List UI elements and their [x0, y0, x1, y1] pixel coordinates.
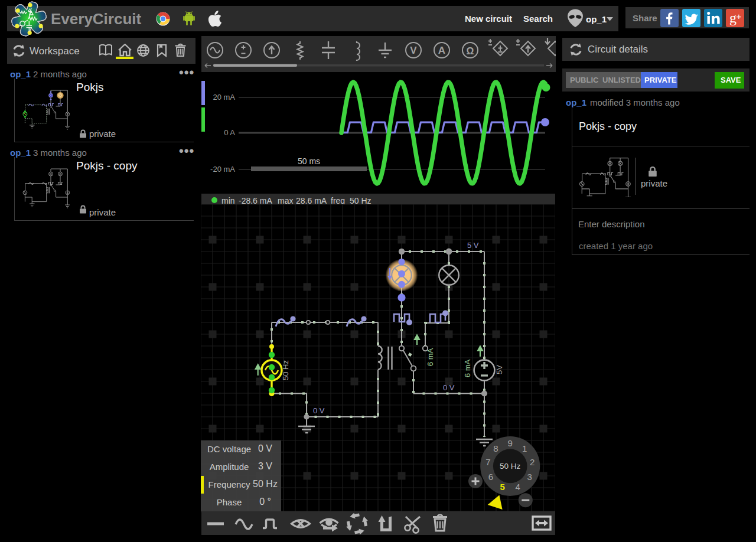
svg-text:9: 9	[508, 438, 513, 448]
svg-text:5 V: 5 V	[467, 241, 479, 250]
svg-text:0 A: 0 A	[224, 128, 235, 137]
svg-text:1: 1	[522, 443, 527, 453]
svg-text:Ω: Ω	[467, 46, 474, 56]
svg-text:6 mA: 6 mA	[463, 360, 472, 378]
svg-text:20 mA: 20 mA	[213, 93, 235, 102]
svg-text:4: 4	[516, 482, 520, 492]
svg-text:3: 3	[527, 472, 532, 482]
svg-text:6: 6	[488, 472, 493, 482]
svg-text:V: V	[410, 45, 417, 56]
svg-text:0 V: 0 V	[443, 383, 455, 392]
svg-text:0 V: 0 V	[313, 406, 325, 415]
svg-text:7: 7	[485, 457, 490, 467]
svg-text:50 Hz: 50 Hz	[281, 360, 290, 380]
svg-text:-20 mA: -20 mA	[210, 165, 235, 174]
svg-text:8: 8	[493, 443, 498, 453]
svg-text:6 mA: 6 mA	[426, 348, 435, 367]
svg-text:5V: 5V	[495, 365, 504, 374]
svg-text:+: +	[737, 11, 742, 21]
svg-text:5: 5	[500, 482, 505, 492]
svg-text:A: A	[438, 45, 445, 56]
svg-text:g: g	[729, 10, 737, 25]
svg-text:50 Hz: 50 Hz	[500, 462, 521, 471]
svg-text:2: 2	[530, 457, 535, 467]
svg-text:50 ms: 50 ms	[298, 156, 320, 166]
